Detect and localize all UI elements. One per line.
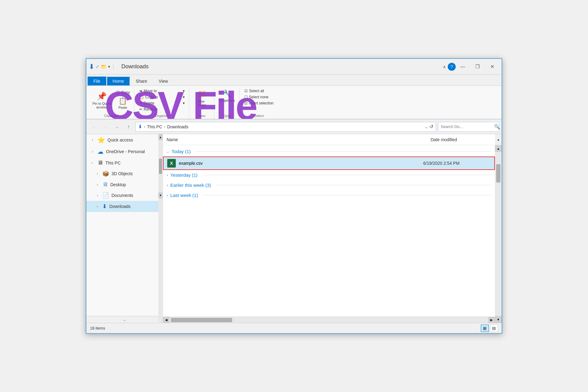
horiz-scroll-right[interactable]: ▶ (488, 317, 495, 323)
item-count: 18 items (90, 326, 105, 330)
sidebar-item-onedrive[interactable]: › ☁ OneDrive - Personal (86, 146, 158, 157)
sidebar-item-quick-access[interactable]: › ⭐ Quick access (86, 134, 158, 146)
documents-label: Documents (111, 193, 133, 198)
group-today[interactable]: ⌵ Today (1) (163, 146, 495, 156)
column-date-modified[interactable]: Date modified (431, 137, 498, 142)
ribbon-group-new: 📁 Newfolder New (190, 87, 214, 119)
close-button[interactable]: ✕ (485, 62, 499, 72)
group-earlier-this-week[interactable]: › Earlier this week (3) (163, 180, 495, 190)
sidebar-scroll-up-arrow[interactable]: ▲ (158, 134, 163, 140)
forward-button[interactable]: → (100, 122, 110, 132)
horizontal-scrollbar[interactable]: ◀ ▶ (163, 317, 495, 323)
select-none-label: Select none (249, 95, 268, 99)
ribbon-collapse-btn[interactable]: ∧ (443, 64, 446, 69)
copy-button[interactable]: 📋 Copy (114, 90, 132, 95)
horiz-scroll-track[interactable] (170, 317, 488, 323)
move-chevron: ▾ (183, 89, 185, 93)
invert-selection-button[interactable]: ⊡ Invert selection (243, 100, 275, 106)
explorer-window: ⬇ ✓ 📁 ▾ | Downloads ∧ ? — ❐ ✕ File Home … (86, 58, 502, 334)
details-view-button[interactable]: ⊞ (481, 325, 489, 332)
column-name[interactable]: Name (167, 137, 431, 142)
sidebar-scrollbar[interactable]: ▲ ▼ (158, 134, 163, 323)
scroll-thumb[interactable] (496, 164, 500, 183)
address-bar[interactable]: ⬇ › This PC › Downloads ⌵ ↺ (135, 122, 436, 132)
new-folder-button[interactable]: 📁 Newfolder (194, 88, 210, 108)
copy-to-icon: 📋 (139, 95, 144, 99)
sidebar-scroll-thumb[interactable] (159, 159, 162, 174)
tab-share[interactable]: Share (130, 77, 153, 85)
open-label: Open (223, 113, 231, 118)
desktop-label: Desktop (110, 182, 126, 187)
back-button[interactable]: ← (89, 122, 99, 132)
desktop-expand-icon: › (95, 182, 100, 187)
ribbon-group-clipboard: 📌 Pin to Quickaccess 📋 Copy 📋 Paste Clip… (88, 87, 134, 119)
refresh-button[interactable]: ↺ (429, 124, 433, 130)
sidebar-item-documents[interactable]: › 📄 Documents (86, 190, 158, 201)
path-this-pc[interactable]: This PC (147, 124, 162, 129)
sidebar-item-desktop[interactable]: › 🖥 Desktop (86, 179, 158, 190)
help-button[interactable]: ? (448, 63, 456, 71)
minimize-button[interactable]: — (456, 62, 470, 72)
ribbon-tabs: File Home Share View (86, 75, 502, 86)
address-arrow-2: › (164, 125, 165, 129)
search-input[interactable] (441, 124, 492, 129)
onedrive-label: OneDrive - Personal (106, 149, 145, 154)
downloads-nav-label: Downloads (109, 204, 130, 209)
copy-to-button[interactable]: 📋 Copy to ▾ (138, 94, 187, 100)
expand-icon: › (90, 138, 95, 142)
titlebar: ⬇ ✓ 📁 ▾ | Downloads ∧ ? — ❐ ✕ (86, 59, 502, 75)
today-label: Today (1) (172, 149, 191, 154)
tab-view[interactable]: View (153, 77, 174, 85)
search-icon[interactable]: 🔍 (494, 124, 500, 130)
address-dropdown-btn[interactable]: ⌵ (425, 124, 428, 129)
sidebar-item-this-pc[interactable]: › 🖥 This PC (86, 157, 158, 168)
downloads-nav-icon: ⬇ (102, 203, 107, 210)
maximize-button[interactable]: ❐ (470, 62, 484, 72)
delete-label: Delete (144, 101, 154, 105)
sidebar-scroll-down-arrow[interactable]: ▼ (158, 192, 163, 198)
separator: | (113, 64, 114, 70)
tab-home[interactable]: Home (107, 77, 130, 85)
file-item-example-csv[interactable]: example.csv 6/19/2020 2:54 PM (163, 156, 495, 170)
paste-button[interactable]: 📋 Paste (114, 96, 132, 111)
ribbon-group-select: ☑ Select all ☐ Select none ⊡ Invert sele… (240, 87, 278, 119)
group-yesterday[interactable]: › Yesterday (1) (163, 170, 495, 180)
copy-to-label: Copy to (145, 95, 158, 99)
vertical-scrollbar[interactable]: ▲ ▼ (495, 145, 502, 323)
new-label: New (199, 113, 205, 118)
recent-locations-button[interactable]: ⌵ (112, 122, 122, 132)
path-downloads[interactable]: Downloads (167, 124, 188, 129)
move-to-button[interactable]: ➡ Move to ▾ (138, 88, 187, 94)
scroll-up-arrow[interactable]: ▲ (495, 145, 502, 152)
pin-to-quick-access-button[interactable]: 📌 Pin to Quickaccess (91, 90, 112, 110)
properties-button[interactable]: 🔧 Properties (218, 88, 237, 104)
ribbon-group-organize: ➡ Move to ▾ 📋 Copy to ▾ ✕ Delete ▾ ✏ Ren… (135, 87, 189, 119)
undo-icon[interactable]: ✓ (96, 64, 100, 70)
customize-icon[interactable]: ▾ (108, 64, 110, 69)
select-all-button[interactable]: ☑ Select all (243, 88, 275, 94)
tab-file[interactable]: File (88, 77, 106, 85)
desktop-icon: 🖥 (102, 181, 108, 188)
column-date-label: Date modified (431, 137, 457, 142)
sidebar-scroll-down[interactable]: ⌵ (86, 316, 163, 323)
rename-button[interactable]: ✏ Rename (138, 107, 187, 112)
file-list-header: Name Date modified ▲ (163, 134, 502, 145)
group-last-week[interactable]: › Last week (1) (163, 190, 495, 200)
select-none-button[interactable]: ☐ Select none (243, 94, 275, 100)
quick-access-icon: ⭐ (97, 136, 105, 144)
navigation-bar: ← → ⌵ ↑ ⬇ › This PC › Downloads ⌵ ↺ 🔍 (86, 119, 502, 134)
scroll-top-arrow[interactable]: ▲ (495, 134, 502, 145)
up-button[interactable]: ↑ (124, 122, 134, 132)
sidebar-item-3d-objects[interactable]: › 📦 3D Objects (86, 168, 158, 179)
select-none-icon: ☐ (244, 95, 248, 99)
file-date-example-csv: 6/19/2020 2:54 PM (423, 161, 491, 166)
search-bar[interactable]: 🔍 (438, 122, 499, 132)
file-area: Name Date modified ▲ ⌵ Today (1) (163, 134, 502, 323)
sidebar-item-downloads[interactable]: › ⬇ Downloads (86, 201, 158, 212)
organize-label: Organize (155, 113, 169, 118)
horiz-scroll-thumb[interactable] (171, 318, 232, 322)
large-icons-view-button[interactable]: ⊟ (490, 325, 498, 332)
scroll-down-arrow[interactable]: ▼ (495, 316, 502, 323)
horiz-scroll-left[interactable]: ◀ (163, 317, 170, 323)
delete-button[interactable]: ✕ Delete ▾ (138, 100, 187, 106)
